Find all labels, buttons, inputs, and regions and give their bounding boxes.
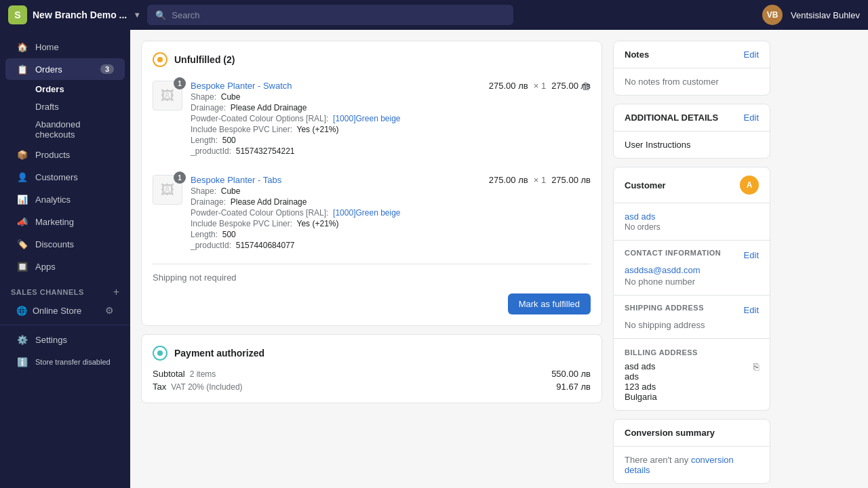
sidebar-item-discounts[interactable]: 🏷️ Discounts	[5, 233, 125, 255]
sidebar-item-store-transfer[interactable]: ℹ️ Store transfer disabled	[5, 351, 125, 373]
add-sales-channel-icon[interactable]: +	[113, 286, 119, 298]
delete-item-1-icon[interactable]: 🗑	[581, 81, 591, 92]
sidebar-discounts-label: Discounts	[35, 239, 114, 249]
payment-dot	[157, 350, 163, 356]
sidebar-item-orders[interactable]: 📋 Orders 3	[5, 58, 125, 80]
item-qty-2: × 1	[534, 175, 546, 185]
search-bar[interactable]: 🔍	[147, 5, 513, 25]
store-icon: S	[8, 5, 27, 24]
unfulfilled-status-icon	[153, 52, 167, 67]
additional-header: ADDITIONAL DETAILS Edit	[614, 104, 770, 131]
item-image-1: 1 🖼	[153, 81, 182, 110]
item-attr-shape-2: Shape: Cube	[191, 186, 591, 196]
shipping-section: SHIPPING ADDRESS Edit No shipping addres…	[614, 296, 770, 339]
item-attr-productid-1: _productId: 5157432754221	[191, 146, 591, 156]
search-input[interactable]	[172, 10, 505, 20]
orders-submenu: Orders Drafts Abandoned checkouts	[0, 81, 130, 143]
notes-header: Notes Edit	[614, 41, 770, 68]
sidebar-item-online-store[interactable]: 🌐 Online Store ⚙	[5, 302, 125, 319]
sidebar-customers-label: Customers	[35, 172, 114, 182]
sidebar-item-analytics[interactable]: 📊 Analytics	[5, 188, 125, 210]
conversion-header: Conversion summary	[614, 420, 770, 447]
billing-line2: 123 ads	[625, 382, 657, 392]
main-center: Unfulfilled (2) 1 🖼 Bespoke Planter - Sw…	[141, 41, 602, 484]
copy-address-icon[interactable]: ⎘	[753, 361, 759, 372]
unfulfilled-header: Unfulfilled (2)	[153, 52, 591, 67]
customer-avatar: A	[740, 176, 759, 195]
billing-row: asd ads ads 123 ads Bulgaria ⎘	[625, 361, 759, 402]
sidebar-item-marketing[interactable]: 📣 Marketing	[5, 211, 125, 232]
item-attr-colour-1: Powder-Coated Colour Options [RAL]: [100…	[191, 114, 591, 123]
unfulfilled-dot	[157, 57, 163, 62]
tax-row: Tax VAT 20% (Included) 91.67 лв	[153, 382, 591, 392]
item-attr-length-2: Length: 500	[191, 230, 591, 239]
conversion-title: Conversion summary	[625, 428, 715, 438]
item-attr-colour-2: Powder-Coated Colour Options [RAL]: [100…	[191, 208, 591, 218]
customer-title: Customer	[625, 180, 666, 190]
tax-detail: VAT 20% (Included)	[169, 382, 243, 392]
sidebar-marketing-label: Marketing	[35, 217, 114, 227]
sidebar-analytics-label: Analytics	[35, 195, 114, 205]
online-store-left: 🌐 Online Store	[16, 305, 81, 316]
item-badge-2: 1	[174, 171, 186, 184]
billing-address: asd ads ads 123 ads Bulgaria	[625, 361, 657, 402]
store-transfer-icon: ℹ️	[16, 356, 28, 368]
sidebar-item-apps[interactable]: 🔲 Apps	[5, 256, 125, 277]
sales-channels-label: SALES CHANNELS	[11, 288, 84, 296]
sidebar-products-label: Products	[35, 150, 114, 160]
sidebar-sub-abandoned[interactable]: Abandoned checkouts	[30, 116, 125, 143]
contact-phone: No phone number	[625, 277, 759, 287]
customer-card: Customer A asd ads No orders CONTACT INF…	[613, 167, 770, 411]
sidebar-home-label: Home	[35, 42, 114, 52]
store-name: New Branch Demo ...	[33, 9, 127, 20]
item-details-1: Bespoke Planter - Swatch 275.00 лв × 1 2…	[191, 81, 591, 156]
contact-email: asddsa@asdd.com	[625, 265, 759, 275]
subtotal-row: Subtotal 2 items 550.00 лв	[153, 369, 591, 379]
subtotal-items: 2 items	[187, 369, 216, 379]
item-badge-1: 1	[174, 77, 186, 89]
item-name-2[interactable]: Bespoke Planter - Tabs	[191, 175, 281, 185]
chevron-down-icon: ▾	[135, 10, 139, 20]
sidebar-orders-label: Orders	[35, 64, 94, 75]
item-name-1[interactable]: Bespoke Planter - Swatch	[191, 81, 292, 91]
mark-fulfilled-button[interactable]: Mark as fulfilled	[508, 293, 591, 314]
item-attr-shape-1: Shape: Cube	[191, 92, 591, 102]
shipping-edit-button[interactable]: Edit	[744, 305, 759, 315]
tax-label: Tax	[153, 382, 166, 392]
additional-details-card: ADDITIONAL DETAILS Edit User Instruction…	[613, 104, 770, 159]
sidebar-item-home[interactable]: 🏠 Home	[5, 36, 125, 58]
item-attr-productid-2: _productId: 5157440684077	[191, 241, 591, 250]
billing-section: BILLING ADDRESS asd ads ads 123 ads Bulg…	[614, 339, 770, 410]
online-store-label: Online Store	[33, 306, 81, 316]
sidebar-sub-drafts[interactable]: Drafts	[30, 98, 125, 115]
contact-edit-button[interactable]: Edit	[744, 250, 759, 260]
item-attr-drainage-2: Drainage: Please Add Drainage	[191, 197, 591, 207]
contact-section: CONTACT INFORMATION Edit asddsa@asdd.com…	[614, 241, 770, 296]
customer-name-section: asd ads No orders	[614, 203, 770, 241]
notes-title: Notes	[625, 49, 649, 60]
item-details-2: Bespoke Planter - Tabs 275.00 лв × 1 275…	[191, 175, 591, 250]
sidebar-store-transfer-label: Store transfer disabled	[35, 358, 114, 366]
conversion-card: Conversion summary There aren't any conv…	[613, 419, 770, 484]
right-panel: Notes Edit No notes from customer ADDITI…	[613, 41, 770, 484]
sidebar-item-products[interactable]: 📦 Products	[5, 144, 125, 165]
item-total-2: 275.00 лв	[551, 175, 591, 185]
additional-edit-button[interactable]: Edit	[744, 113, 759, 123]
topbar: S New Branch Demo ... ▾ 🔍 VB Ventsislav …	[0, 0, 868, 30]
notes-empty: No notes from customer	[625, 77, 719, 87]
online-store-settings-icon[interactable]: ⚙	[105, 305, 114, 316]
sidebar-sub-orders[interactable]: Orders	[30, 81, 125, 98]
billing-country: Bulgaria	[625, 392, 657, 402]
sidebar-item-settings[interactable]: ⚙️ Settings	[5, 329, 125, 350]
item-image-2: 1 🖼	[153, 175, 182, 205]
unfulfilled-title: Unfulfilled (2)	[174, 54, 235, 65]
topbar-right: VB Ventsislav Buhlev	[762, 5, 860, 25]
customer-name[interactable]: asd ads	[625, 211, 656, 222]
store-logo[interactable]: S New Branch Demo ... ▾	[8, 5, 139, 24]
btn-row: Mark as fulfilled	[153, 285, 591, 314]
item-attr-length-1: Length: 500	[191, 136, 591, 145]
unfulfilled-card: Unfulfilled (2) 1 🖼 Bespoke Planter - Sw…	[141, 41, 602, 326]
conversion-text: There aren't any	[625, 455, 688, 465]
sidebar-item-customers[interactable]: 👤 Customers	[5, 166, 125, 188]
notes-edit-button[interactable]: Edit	[744, 49, 759, 60]
